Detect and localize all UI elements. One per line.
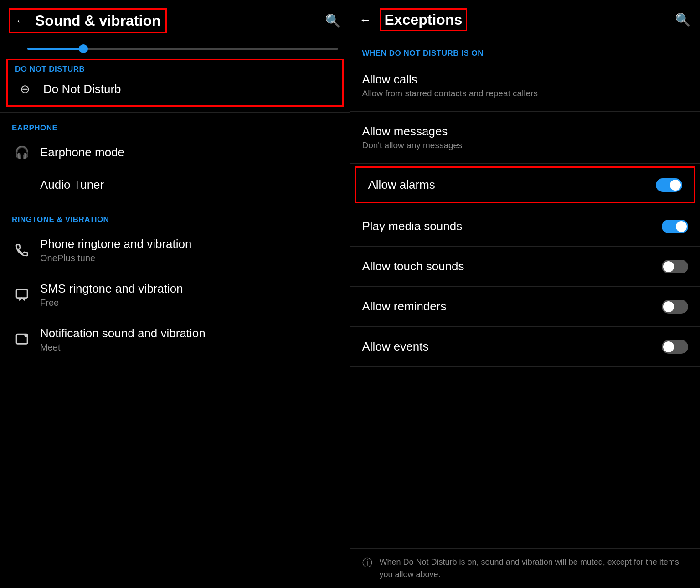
phone-ringtone-icon [12,243,32,258]
divider-r1 [350,111,700,112]
divider-r2 [350,163,700,164]
phone-ringtone-item[interactable]: Phone ringtone and vibration OnePlus tun… [0,228,350,273]
divider-1 [0,112,350,113]
allow-reminders-title: Allow reminders [362,299,662,314]
earphone-mode-text: Earphone mode [40,145,338,160]
volume-slider-fill [27,48,83,50]
phone-ringtone-title: Phone ringtone and vibration [40,237,338,251]
right-search-icon[interactable]: 🔍 [675,12,691,27]
audio-tuner-title: Audio Tuner [40,178,338,192]
allow-events-item[interactable]: Allow events [350,330,700,364]
allow-calls-title: Allow calls [362,72,689,87]
divider-r6 [350,326,700,327]
allow-touch-item[interactable]: Allow touch sounds [350,249,700,284]
allow-reminders-text: Allow reminders [362,299,662,314]
svg-point-2 [24,334,28,337]
footer-info: ⓘ When Do Not Disturb is on, sound and v… [350,548,700,588]
allow-messages-subtitle: Don't allow any messages [362,140,689,150]
dnd-section-highlight: DO NOT DISTURB ⊖ Do Not Disturb [6,59,344,107]
allow-touch-toggle[interactable] [662,260,688,273]
info-icon: ⓘ [362,556,372,570]
allow-alarms-toggle-thumb [670,180,681,191]
left-back-button[interactable]: ← [15,14,27,28]
allow-events-title: Allow events [362,340,662,354]
notification-sound-subtitle: Meet [40,342,338,353]
sms-ringtone-subtitle: Free [40,298,338,308]
play-media-toggle-thumb [676,221,687,232]
allow-messages-text: Allow messages Don't allow any messages [362,124,689,150]
left-header-highlight: ← Sound & vibration [9,8,167,33]
allow-calls-subtitle: Allow from starred contacts and repeat c… [362,88,689,98]
allow-events-toggle[interactable] [662,340,688,354]
allow-messages-title: Allow messages [362,124,689,139]
allow-reminders-toggle-thumb [663,301,674,312]
exceptions-header-highlight: Exceptions [380,8,468,31]
notification-sound-title: Notification sound and vibration [40,326,338,340]
sms-ringtone-item[interactable]: SMS ringtone and vibration Free [0,273,350,317]
earphone-icon: 🎧 [12,145,32,160]
earphone-section-label: EARPHONE [0,115,350,136]
earphone-mode-item[interactable]: 🎧 Earphone mode [0,136,350,169]
divider-r7 [350,366,700,367]
volume-slider-thumb[interactable] [79,44,88,53]
phone-ringtone-text: Phone ringtone and vibration OnePlus tun… [40,237,338,263]
notification-sound-icon [12,332,32,347]
do-not-disturb-item[interactable]: ⊖ Do Not Disturb [15,77,335,101]
allow-alarms-text: Allow alarms [368,178,656,192]
ringtone-section: RINGTONE & VIBRATION Phone ringtone and … [0,207,350,362]
phone-ringtone-subtitle: OnePlus tune [40,253,338,263]
right-header: ← Exceptions 🔍 [350,0,700,40]
allow-alarms-toggle[interactable] [656,178,682,192]
earphone-mode-title: Earphone mode [40,145,338,160]
allow-touch-toggle-thumb [663,261,674,272]
allow-alarms-highlight: Allow alarms [355,166,696,203]
svg-rect-0 [16,289,27,298]
divider-2 [0,204,350,204]
sms-ringtone-icon [12,288,32,302]
dnd-icon: ⊖ [15,82,35,96]
left-panel: ← Sound & vibration 🔍 DO NOT DISTURB ⊖ D… [0,0,350,588]
allow-touch-text: Allow touch sounds [362,259,662,273]
allow-messages-item[interactable]: Allow messages Don't allow any messages [350,114,700,160]
allow-events-toggle-thumb [663,341,674,352]
allow-calls-text: Allow calls Allow from starred contacts … [362,72,689,98]
footer-info-text: When Do Not Disturb is on, sound and vib… [380,556,689,581]
volume-slider-area[interactable] [0,41,350,56]
allow-events-text: Allow events [362,340,662,354]
dnd-section-label: DO NOT DISTURB [15,65,335,77]
play-media-toggle[interactable] [662,220,688,233]
allow-alarms-title: Allow alarms [368,178,656,192]
right-panel: ← Exceptions 🔍 WHEN DO NOT DISTURB IS ON… [350,0,700,588]
play-media-item[interactable]: Play media sounds [350,209,700,243]
audio-tuner-item[interactable]: Audio Tuner [0,169,350,201]
divider-r4 [350,246,700,247]
allow-touch-title: Allow touch sounds [362,259,662,273]
notification-sound-text: Notification sound and vibration Meet [40,326,338,353]
divider-r5 [350,286,700,287]
volume-slider-track[interactable] [27,48,338,50]
right-panel-title: Exceptions [385,11,463,28]
sms-ringtone-title: SMS ringtone and vibration [40,282,338,296]
left-header: ← Sound & vibration 🔍 [0,0,350,41]
notification-sound-item[interactable]: Notification sound and vibration Meet [0,317,350,362]
allow-calls-item[interactable]: Allow calls Allow from starred contacts … [350,62,700,108]
right-back-button[interactable]: ← [360,13,371,27]
allow-reminders-toggle[interactable] [662,300,688,314]
play-media-title: Play media sounds [362,219,662,233]
sms-ringtone-text: SMS ringtone and vibration Free [40,282,338,308]
allow-reminders-item[interactable]: Allow reminders [350,289,700,324]
exceptions-section-label: WHEN DO NOT DISTURB IS ON [350,40,700,62]
divider-r3 [350,206,700,206]
dnd-item-text: Do Not Disturb [43,82,335,96]
earphone-section: EARPHONE 🎧 Earphone mode Audio Tuner [0,115,350,201]
allow-alarms-item[interactable]: Allow alarms [356,168,695,202]
play-media-text: Play media sounds [362,219,662,233]
dnd-item-title: Do Not Disturb [43,82,335,96]
ringtone-section-label: RINGTONE & VIBRATION [0,207,350,228]
audio-tuner-text: Audio Tuner [40,178,338,192]
left-search-icon[interactable]: 🔍 [325,13,341,28]
left-panel-title: Sound & vibration [35,12,161,29]
